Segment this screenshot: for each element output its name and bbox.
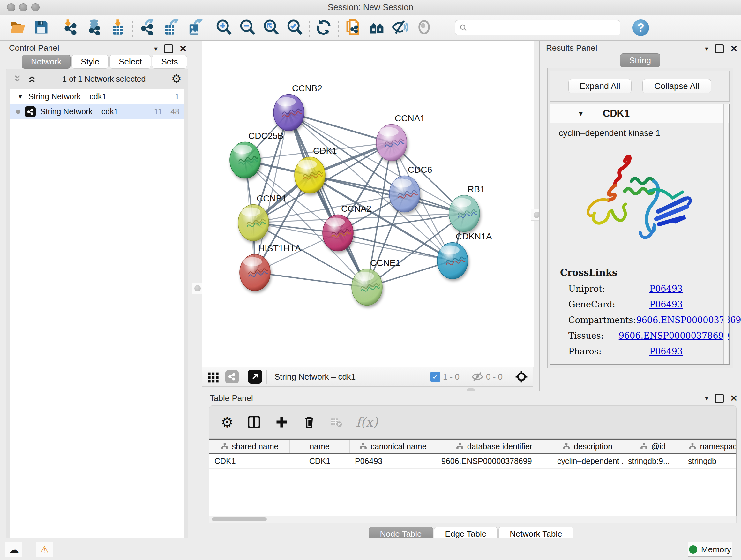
show-annotations-button[interactable]	[412, 17, 436, 39]
show-columns-icon[interactable]	[247, 415, 261, 429]
import-table-button[interactable]	[106, 17, 130, 39]
birdseye-crosshair-icon[interactable]	[515, 370, 529, 384]
table-row[interactable]: CDK1 CDK1 P06493 9606.ENSP00000378699 cy…	[209, 454, 736, 469]
network-options-gear-icon[interactable]: ⚙	[172, 72, 182, 85]
network-share-icon[interactable]	[225, 370, 239, 383]
table-panel: Table Panel ▾ ✕ ⚙ f(x) shared name name …	[202, 391, 741, 538]
zoom-fit-button[interactable]	[259, 17, 283, 39]
tab-sets[interactable]: Sets	[152, 55, 187, 69]
import-network-from-database-button[interactable]	[82, 17, 106, 39]
network-node-CCNB1[interactable]: CCNB1	[238, 193, 287, 241]
cell-shared-name[interactable]: CDK1	[209, 454, 290, 469]
results-panel-float-icon[interactable]	[715, 44, 724, 53]
right-splitter[interactable]	[534, 41, 540, 391]
left-splitter-grip[interactable]	[192, 283, 203, 294]
cell-canonical-name[interactable]: P06493	[350, 454, 436, 469]
clone-network-button[interactable]	[341, 17, 365, 39]
cell-name[interactable]: CDK1	[290, 454, 350, 469]
control-panel-close-icon[interactable]: ✕	[179, 45, 187, 52]
column-header-canonical-name[interactable]: canonical name	[350, 440, 436, 453]
grid-view-icon[interactable]	[207, 370, 219, 383]
help-button[interactable]: ?	[632, 19, 649, 36]
expand-all-button[interactable]: Expand All	[568, 79, 631, 93]
crosslink-link[interactable]: P06493	[650, 300, 683, 309]
network-node-CDK1[interactable]: CDK1	[294, 146, 337, 193]
export-table-button[interactable]	[159, 17, 183, 39]
control-panel-menu-icon[interactable]: ▾	[154, 45, 158, 53]
column-header-namespace[interactable]: namespace	[683, 440, 737, 453]
crosslink-link[interactable]: 9606.ENSP00000378699	[619, 331, 729, 341]
apply-layout-button[interactable]	[312, 17, 336, 39]
network-node-CCNB2[interactable]: CCNB2	[273, 83, 322, 131]
network-canvas[interactable]: CCNB2CCNA1CDC25BCDK1CDC6RB1CCNB1CCNA2CDK…	[202, 41, 534, 368]
cloud-status-button[interactable]: ☁	[5, 542, 22, 557]
cell-namespace[interactable]: stringdb	[683, 454, 737, 469]
zoom-selected-button[interactable]	[283, 17, 307, 39]
left-splitter[interactable]	[193, 41, 202, 537]
column-header-database-identifier[interactable]: database identifier	[436, 440, 552, 453]
export-image-button[interactable]	[183, 17, 206, 39]
tab-string[interactable]: String	[620, 53, 660, 67]
network-node-RB1[interactable]: RB1	[449, 184, 485, 232]
collection-expander-icon[interactable]: ▼	[17, 93, 23, 100]
table-panel-float-icon[interactable]	[715, 394, 724, 403]
delete-table-icon[interactable]	[330, 416, 342, 428]
global-search-field[interactable]	[455, 20, 620, 36]
tab-select[interactable]: Select	[110, 55, 151, 69]
save-session-button[interactable]	[29, 17, 53, 39]
results-panel-menu-icon[interactable]: ▾	[705, 45, 709, 53]
export-network-button[interactable]	[135, 17, 159, 39]
detach-view-button[interactable]	[248, 370, 262, 384]
create-column-icon[interactable]	[275, 415, 289, 429]
selected-checkbox-icon[interactable]: ✓	[430, 372, 441, 382]
network-row-selected[interactable]: String Network – cdk1 11 48	[10, 104, 184, 119]
table-horizontal-scrollbar[interactable]	[209, 516, 737, 523]
column-header-name[interactable]: name	[290, 440, 350, 453]
results-vertical-scrollbar[interactable]	[724, 105, 728, 364]
expand-all-icon[interactable]	[27, 74, 37, 84]
crosslink-link[interactable]: P06493	[650, 284, 683, 294]
control-panel-float-icon[interactable]	[164, 44, 173, 53]
cell-description[interactable]: cyclin–dependent ...	[552, 454, 623, 469]
table-options-gear-icon[interactable]: ⚙	[221, 414, 233, 430]
network-node-CCNA1[interactable]: CCNA1	[376, 113, 425, 161]
network-edge[interactable]	[289, 113, 392, 143]
section-expander-icon[interactable]: ▼	[577, 110, 584, 118]
network-node-CDKN1A[interactable]: CDKN1A	[437, 232, 492, 279]
network-node-HIST1H1A[interactable]: HIST1H1A	[240, 243, 301, 291]
collapse-all-icon[interactable]	[12, 74, 22, 84]
memory-button[interactable]: Memory	[688, 542, 732, 557]
cell-database-identifier[interactable]: 9606.ENSP00000378699	[436, 454, 552, 469]
hidden-eye-icon[interactable]	[471, 371, 483, 383]
column-header-shared-name[interactable]: shared name	[209, 440, 290, 453]
delete-column-trash-icon[interactable]	[302, 415, 316, 429]
results-panel-close-icon[interactable]: ✕	[730, 45, 738, 52]
memory-label: Memory	[701, 545, 731, 555]
network-node-CDC6[interactable]: CDC6	[389, 165, 432, 212]
function-builder-label[interactable]: f(x)	[356, 415, 378, 429]
cell-at-id[interactable]: stringdb:9...	[623, 454, 683, 469]
zoom-out-button[interactable]	[235, 17, 259, 39]
crosslink-link[interactable]: P06493	[650, 347, 683, 356]
tab-style[interactable]: Style	[71, 55, 109, 69]
zoom-in-button[interactable]	[212, 17, 235, 39]
collapse-all-button[interactable]: Collapse All	[643, 79, 711, 93]
open-session-button[interactable]	[6, 17, 29, 39]
column-header-at-id[interactable]: @id	[623, 440, 683, 453]
cdk1-section-header[interactable]: ▼ CDK1	[550, 105, 729, 123]
tab-network[interactable]: Network	[22, 55, 71, 69]
houses-button[interactable]	[365, 17, 389, 39]
network-edge[interactable]	[255, 273, 367, 287]
search-input[interactable]	[471, 23, 616, 33]
scrollbar-thumb[interactable]	[212, 517, 267, 521]
network-collection-row[interactable]: ▼ String Network – cdk1 1	[10, 89, 184, 104]
import-network-button[interactable]	[59, 17, 82, 39]
hide-graphics-details-button[interactable]	[389, 17, 412, 39]
network-node-CCNE1[interactable]: CCNE1	[352, 258, 401, 306]
column-header-description[interactable]: description	[552, 440, 623, 453]
table-panel-menu-icon[interactable]: ▾	[705, 394, 709, 402]
table-panel-close-icon[interactable]: ✕	[730, 395, 738, 402]
warnings-button[interactable]: ⚠	[36, 542, 53, 557]
node-label-CCNB2: CCNB2	[292, 83, 322, 93]
network-edge[interactable]	[289, 113, 367, 287]
